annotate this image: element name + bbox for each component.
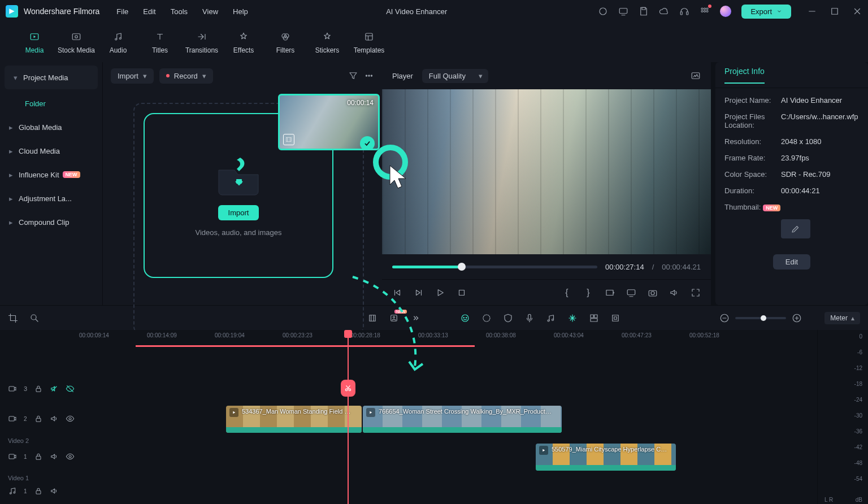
mute-icon[interactable] [50, 414, 59, 423]
tab-filters[interactable]: Filters [264, 31, 306, 54]
scrub-track[interactable] [392, 266, 597, 268]
sidebar-item-cloud[interactable]: ▸Cloud Media [0, 139, 102, 163]
menu-help[interactable]: Help [233, 7, 248, 16]
window-maximize-icon[interactable] [830, 6, 840, 16]
preview-viewport[interactable] [382, 89, 711, 254]
svg-point-39 [483, 315, 490, 321]
media-thumbnail[interactable]: 00:00:14 [278, 94, 380, 150]
import-dropdown[interactable]: Import▾ [111, 68, 154, 84]
clip-1[interactable]: 534367_Man Woman Standing Field … [226, 406, 362, 433]
export-button[interactable]: Export [741, 5, 791, 19]
zoom-track[interactable] [735, 317, 786, 319]
more-icon[interactable] [364, 71, 374, 81]
mute-icon[interactable] [50, 452, 59, 461]
sidebar-item-global[interactable]: ▸Global Media [0, 115, 102, 139]
tool-crop-icon[interactable] [8, 313, 18, 323]
tool-person-icon[interactable]: NEW [389, 313, 399, 323]
track-video-icon[interactable] [8, 452, 17, 461]
cut-marker-icon[interactable] [341, 380, 355, 397]
sidebar-project-media[interactable]: ▾Project Media [5, 66, 98, 89]
mute-icon[interactable] [50, 486, 59, 496]
headphones-icon[interactable] [679, 6, 689, 16]
display-icon[interactable] [626, 288, 636, 298]
import-button[interactable]: Import [218, 205, 259, 220]
hide-icon[interactable] [66, 384, 75, 393]
tool-grid-icon[interactable] [589, 313, 599, 323]
thumbnail-edit-button[interactable] [781, 219, 810, 238]
sidebar-item-influence[interactable]: ▸Influence KitNEW [0, 163, 102, 186]
camera-icon[interactable] [648, 288, 658, 298]
menu-tools[interactable]: Tools [171, 7, 188, 16]
lock-icon[interactable] [34, 452, 43, 461]
timeline-ruler[interactable]: 00:00:09:1400:00:14:0900:00:19:0400:00:2… [90, 330, 817, 346]
tab-audio[interactable]: Audio [97, 31, 139, 54]
track-video-icon[interactable] [8, 384, 17, 393]
prev-frame-icon[interactable] [392, 288, 402, 298]
menu-view[interactable]: View [202, 7, 218, 16]
tool-box-icon[interactable] [610, 313, 620, 323]
snapshot-icon[interactable] [691, 71, 701, 81]
tool-search-icon[interactable] [29, 313, 40, 323]
tool-mic-icon[interactable] [524, 313, 535, 323]
mark-out-icon[interactable]: } [583, 288, 593, 298]
window-close-icon[interactable] [852, 6, 862, 16]
menu-file[interactable]: File [116, 7, 128, 16]
next-frame-icon[interactable] [414, 288, 424, 298]
eye-icon[interactable] [66, 452, 75, 461]
mute-diag-icon[interactable] [50, 384, 59, 393]
save-icon[interactable] [639, 6, 649, 16]
tab-transitions[interactable]: Transitions [181, 31, 223, 54]
lock-icon[interactable] [34, 384, 43, 393]
tab-label: Effects [233, 46, 254, 54]
tool-frame-icon[interactable] [367, 313, 377, 323]
window-minimize-icon[interactable] [807, 6, 817, 16]
mark-in-icon[interactable]: { [562, 288, 572, 298]
zoom-in-icon[interactable] [792, 313, 802, 323]
zoom-out-icon[interactable] [719, 313, 730, 323]
play-icon[interactable] [435, 288, 445, 298]
track-video-2: 2 Video 2 534367_Man Woman Standing Fiel… [0, 403, 817, 435]
sidebar-item-compound[interactable]: ▸Compound Clip [0, 210, 102, 234]
zoom-control[interactable] [719, 313, 802, 323]
quality-select[interactable]: Full Quality [422, 69, 488, 83]
scrub-knob[interactable] [458, 263, 466, 271]
apps-icon[interactable] [700, 6, 710, 16]
tool-music-icon[interactable] [546, 313, 556, 323]
eye-icon[interactable] [66, 414, 75, 423]
lock-icon[interactable] [34, 486, 43, 496]
record-dropdown[interactable]: Record▾ [159, 68, 213, 84]
tab-stock-media[interactable]: Stock Media [55, 31, 97, 54]
ratio-icon[interactable] [605, 288, 615, 298]
user-avatar[interactable] [720, 6, 731, 17]
volume-icon[interactable] [669, 288, 679, 298]
meter-toggle[interactable]: Meter▴ [824, 312, 860, 324]
tool-overflow-icon[interactable] [410, 313, 420, 323]
tab-effects[interactable]: Effects [223, 31, 264, 54]
track-audio-icon[interactable] [8, 486, 17, 496]
tab-media[interactable]: Media [14, 31, 55, 54]
menu-edit[interactable]: Edit [143, 7, 155, 16]
tab-templates[interactable]: Templates [348, 31, 390, 54]
lock-icon[interactable] [34, 414, 43, 423]
svg-rect-11 [832, 8, 838, 15]
tab-titles[interactable]: Titles [139, 31, 181, 54]
filter-icon[interactable] [348, 71, 358, 81]
track-video-icon[interactable] [8, 414, 17, 423]
tab-stickers[interactable]: Stickers [306, 31, 348, 54]
fullscreen-icon[interactable] [691, 288, 701, 298]
sidebar-item-folder[interactable]: Folder [0, 92, 102, 115]
cloud-icon[interactable] [659, 6, 669, 16]
tool-sparkle-icon[interactable] [567, 313, 578, 323]
zoom-knob[interactable] [761, 315, 766, 321]
clip-3[interactable]: 550579_Miami Cityscape Hyperlapse C… [536, 444, 676, 471]
monitor-icon[interactable] [618, 6, 628, 16]
project-info-tab[interactable]: Project Info [724, 67, 765, 84]
tool-ai-icon[interactable] [460, 313, 470, 323]
tool-color-icon[interactable] [481, 313, 492, 323]
playhead[interactable] [348, 330, 349, 504]
tool-shield-icon[interactable] [503, 313, 513, 323]
stop-icon[interactable] [457, 288, 467, 298]
sidebar-item-adjustment[interactable]: ▸Adjustment La... [0, 186, 102, 210]
edit-project-button[interactable]: Edit [773, 254, 810, 270]
clip-2[interactable]: 766654_Woman Street Crossing Walking_By_… [363, 406, 562, 433]
